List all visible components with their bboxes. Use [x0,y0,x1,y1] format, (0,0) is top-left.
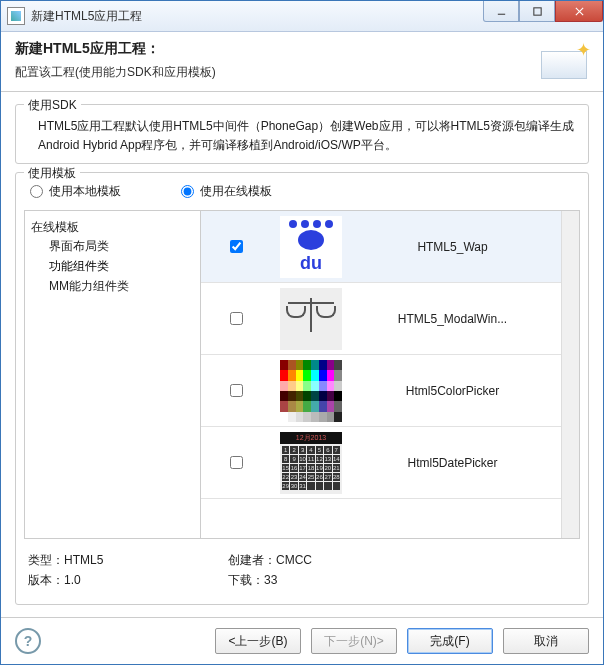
template-name: Html5DatePicker [351,456,562,470]
template-row[interactable]: du HTML5_Wap [201,211,579,283]
meta-downloads-value: 33 [264,573,277,587]
sdk-group-label: 使用SDK [24,97,81,114]
scrollbar-thumb[interactable] [562,213,577,249]
minimize-button[interactable] [483,1,519,22]
radio-online-template[interactable]: 使用在线模板 [181,183,272,200]
page-subtitle: 配置该工程(使用能力SDK和应用模板) [15,64,533,81]
template-body: 在线模板 界面布局类 功能组件类 MM能力组件类 du [24,210,580,539]
radio-online-label: 使用在线模板 [200,183,272,200]
meta-creator-value: CMCC [276,553,312,567]
tree-item-mm[interactable]: MM能力组件类 [49,276,194,296]
tree-item-layout[interactable]: 界面布局类 [49,236,194,256]
template-group: 使用模板 使用本地模板 使用在线模板 在线模板 界面布局类 功能组件类 MM能力… [15,172,589,605]
template-list: du HTML5_Wap HTML5_ModalWin... [201,211,579,538]
meta-type-value: HTML5 [64,553,103,567]
meta-version-label: 版本： [28,573,64,587]
radio-local-label: 使用本地模板 [49,183,121,200]
tree-root[interactable]: 在线模板 [31,219,194,236]
template-thumb-date: 12月2013123456789101112131415161718192021… [271,431,351,495]
template-thumb-color [271,359,351,423]
template-name: HTML5_Wap [351,240,562,254]
template-name: HTML5_ModalWin... [351,312,562,326]
next-button: 下一步(N)> [311,628,397,654]
maximize-button[interactable] [519,1,555,22]
radio-local-input[interactable] [30,185,43,198]
template-group-label: 使用模板 [24,165,80,182]
sdk-group: 使用SDK HTML5应用工程默认使用HTML5中间件（PhoneGap）创建W… [15,104,589,164]
titlebar[interactable]: 新建HTML5应用工程 [1,1,603,32]
template-row[interactable]: 12月2013123456789101112131415161718192021… [201,427,579,499]
page-title: 新建HTML5应用工程： [15,40,533,58]
help-button[interactable]: ? [15,628,41,654]
template-checkbox[interactable] [230,312,243,325]
template-checkbox[interactable] [230,456,243,469]
dialog-window: 新建HTML5应用工程 新建HTML5应用工程： 配置该工程(使用能力SDK和应… [0,0,604,665]
template-name: Html5ColorPicker [351,384,562,398]
meta-downloads-label: 下载： [228,573,264,587]
template-row[interactable]: HTML5_ModalWin... [201,283,579,355]
back-button[interactable]: <上一步(B) [215,628,301,654]
template-checkbox[interactable] [230,240,243,253]
template-thumb-modal [271,287,351,351]
template-meta: 类型：HTML5 创建者：CMCC 版本：1.0 下载：33 [24,539,580,596]
close-button[interactable] [555,1,603,22]
tree-item-components[interactable]: 功能组件类 [49,256,194,276]
category-tree[interactable]: 在线模板 界面布局类 功能组件类 MM能力组件类 [25,211,201,538]
svg-rect-0 [533,7,540,14]
wizard-footer: ? <上一步(B) 下一步(N)> 完成(F) 取消 [1,617,603,664]
app-icon [7,7,25,25]
meta-type-label: 类型： [28,553,64,567]
cancel-button[interactable]: 取消 [503,628,589,654]
wizard-header: 新建HTML5应用工程： 配置该工程(使用能力SDK和应用模板) ✦ [1,32,603,92]
template-checkbox[interactable] [230,384,243,397]
meta-creator-label: 创建者： [228,553,276,567]
template-source-radios: 使用本地模板 使用在线模板 [24,181,580,202]
meta-version-value: 1.0 [64,573,81,587]
finish-button[interactable]: 完成(F) [407,628,493,654]
wizard-icon: ✦ [533,41,589,81]
template-row[interactable]: Html5ColorPicker [201,355,579,427]
sdk-description: HTML5应用工程默认使用HTML5中间件（PhoneGap）创建Web应用，可… [38,117,580,155]
window-buttons [483,1,603,31]
window-title: 新建HTML5应用工程 [31,8,483,25]
template-thumb-wap: du [271,215,351,279]
radio-local-template[interactable]: 使用本地模板 [30,183,121,200]
radio-online-input[interactable] [181,185,194,198]
